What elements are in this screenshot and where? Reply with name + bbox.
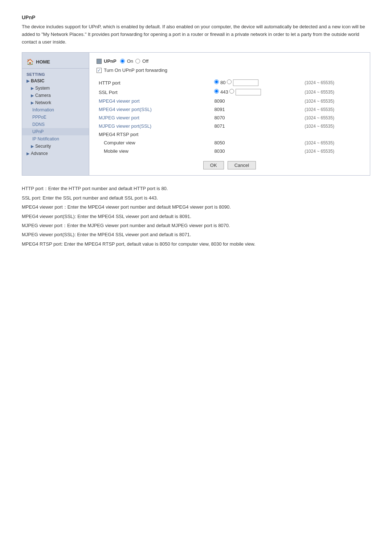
sidebar-security-label: Security: [35, 144, 51, 149]
mpeg4-ssl-port-label: MPEG4 viewer port(SSL): [97, 105, 212, 114]
arrow-icon-advance: ▶: [26, 151, 29, 156]
note-mjpeg: MJPEG viewer port：Enter the MJPEG viewer…: [22, 221, 370, 230]
mobile-view-value: 8030: [212, 147, 302, 155]
http-default-val: 80: [220, 80, 227, 85]
cancel-button[interactable]: Cancel: [228, 161, 256, 169]
sidebar-item-information[interactable]: Information: [22, 106, 89, 114]
turn-on-forwarding-row: ✓ Turn On UPnP port forwarding: [97, 67, 363, 73]
ports-table: HTTP port 80 (1024 ~ 65535) SSL Port 443: [97, 78, 363, 155]
mjpeg-ssl-port-range: (1024 ~ 65535): [302, 122, 363, 130]
computer-view-range: (1024 ~ 65535): [302, 139, 363, 147]
mjpeg-port-range: (1024 ~ 65535): [302, 114, 363, 122]
note-http: HTTP port：Enter the HTTP port number and…: [22, 184, 370, 193]
sidebar-system-label: System: [35, 86, 50, 91]
sidebar-item-security[interactable]: ▶ Security: [22, 143, 89, 150]
home-icon: 🏠: [26, 58, 34, 65]
mjpeg-port-value: 8070: [212, 114, 302, 122]
upnp-radio-off[interactable]: [135, 59, 140, 63]
ssl-default-val: 443: [220, 89, 229, 95]
rtsp-section-label: MPEG4 RTSP port: [97, 130, 363, 139]
sidebar-item-system[interactable]: ▶ System: [22, 85, 89, 92]
table-row: Mobile view 8030 (1024 ~ 65535): [97, 147, 363, 155]
mjpeg-ssl-port-label: MJPEG viewer port(SSL): [97, 122, 212, 130]
mpeg4-ssl-port-value: 8091: [212, 105, 302, 114]
sidebar-item-camera[interactable]: ▶ Camera: [22, 92, 89, 99]
computer-view-value: 8050: [212, 139, 302, 147]
note-mpeg4: MPEG4 viewer port：Enter the MPEG4 viewer…: [22, 203, 370, 211]
sidebar-item-pppoe[interactable]: PPPoE: [22, 114, 89, 121]
http-radio-80[interactable]: [214, 79, 219, 84]
arrow-icon-camera: ▶: [31, 93, 34, 98]
turn-on-forwarding-label: Turn On UPnP port forwarding: [104, 67, 167, 73]
ok-button[interactable]: OK: [203, 161, 224, 169]
table-row: Computer view 8050 (1024 ~ 65535): [97, 139, 363, 147]
upnp-radio-group: On Off: [120, 58, 148, 64]
sidebar-item-advance[interactable]: ▶ Advance: [22, 150, 89, 157]
forwarding-checkbox[interactable]: ✓: [97, 68, 102, 73]
note-rtsp: MPEG4 RTSP port: Enter the MPEG4 RTSP po…: [22, 240, 370, 248]
table-row: SSL Port 443 (1024 ~ 65535): [97, 87, 363, 97]
arrow-icon-security: ▶: [31, 144, 34, 149]
sidebar-item-ddns[interactable]: DDNS: [22, 121, 89, 128]
ssl-custom-input[interactable]: [236, 89, 261, 95]
arrow-icon-network: ▶: [31, 100, 34, 105]
ssl-port-range: (1024 ~ 65535): [302, 87, 363, 97]
table-row: MJPEG viewer port(SSL) 8071 (1024 ~ 6553…: [97, 122, 363, 130]
ssl-radio-443[interactable]: [214, 89, 219, 94]
ssl-port-radio-cell: 443: [212, 87, 302, 97]
sidebar-camera-label: Camera: [35, 93, 51, 98]
sidebar-home-label: HOME: [36, 59, 50, 65]
sidebar-item-basic[interactable]: ▶ BASIC: [22, 77, 89, 85]
content-area: UPnP On Off ✓ Turn On UPnP port forwardi…: [89, 53, 370, 175]
note-mpeg4-ssl: MPEG4 viewer port(SSL): Enter the MPEG4 …: [22, 212, 370, 221]
sidebar-setting-label: SETTING: [22, 71, 89, 77]
sidebar-network-label: Network: [35, 100, 51, 105]
sidebar-home[interactable]: 🏠 HOME: [22, 56, 89, 69]
sidebar-item-ip-notification[interactable]: IP Notification: [22, 135, 89, 143]
table-row: MPEG4 viewer port(SSL) 8091 (1024 ~ 6553…: [97, 105, 363, 114]
mobile-view-label: Mobile view: [97, 147, 212, 155]
mpeg4-port-range: (1024 ~ 65535): [302, 97, 363, 105]
upnp-on-label: On: [127, 58, 133, 64]
upnp-toggle-label: UPnP: [104, 58, 117, 64]
table-row: HTTP port 80 (1024 ~ 65535): [97, 78, 363, 87]
ssl-radio-custom[interactable]: [229, 89, 234, 94]
upnp-checkbox-icon: [97, 59, 102, 64]
upnp-toggle-row: UPnP On Off: [97, 58, 363, 64]
mpeg4-port-label: MPEG4 viewer port: [97, 97, 212, 105]
http-port-radio-cell: 80: [212, 78, 302, 87]
upnp-off-label: Off: [142, 58, 148, 64]
http-port-label: HTTP port: [97, 78, 212, 87]
mpeg4-port-value: 8090: [212, 97, 302, 105]
sidebar: 🏠 HOME SETTING ▶ BASIC ▶ System ▶ Camera…: [22, 53, 89, 175]
sidebar-item-upnp[interactable]: UPnP: [22, 128, 89, 135]
note-ssl: SSL port: Enter the SSL port number and …: [22, 194, 370, 202]
sidebar-item-network[interactable]: ▶ Network: [22, 99, 89, 106]
mobile-view-range: (1024 ~ 65535): [302, 147, 363, 155]
arrow-icon-system: ▶: [31, 86, 34, 91]
page-title: UPnP: [22, 15, 370, 20]
table-row: MPEG4 viewer port 8090 (1024 ~ 65535): [97, 97, 363, 105]
sidebar-advance-label: Advance: [31, 151, 48, 156]
button-row: OK Cancel: [97, 161, 363, 169]
http-custom-input[interactable]: [233, 79, 258, 86]
upnp-radio-on[interactable]: [120, 59, 125, 63]
table-row: MPEG4 RTSP port: [97, 130, 363, 139]
mjpeg-port-label: MJPEG viewer port: [97, 114, 212, 122]
arrow-icon-basic: ▶: [26, 79, 29, 83]
main-panel: 🏠 HOME SETTING ▶ BASIC ▶ System ▶ Camera…: [22, 52, 370, 176]
notes-section: HTTP port：Enter the HTTP port number and…: [22, 184, 370, 248]
computer-view-label: Computer view: [97, 139, 212, 147]
mpeg4-ssl-port-range: (1024 ~ 65535): [302, 105, 363, 114]
table-row: MJPEG viewer port 8070 (1024 ~ 65535): [97, 114, 363, 122]
sidebar-basic-label: BASIC: [31, 78, 44, 83]
mjpeg-ssl-port-value: 8071: [212, 122, 302, 130]
ssl-port-label: SSL Port: [97, 87, 212, 97]
page-description: The device includes support for UPnP, wh…: [22, 23, 370, 46]
http-radio-custom[interactable]: [227, 79, 232, 84]
http-port-range: (1024 ~ 65535): [302, 78, 363, 87]
note-mjpeg-ssl: MJPEG viewer port(SSL): Enter the MPEG4 …: [22, 230, 370, 239]
